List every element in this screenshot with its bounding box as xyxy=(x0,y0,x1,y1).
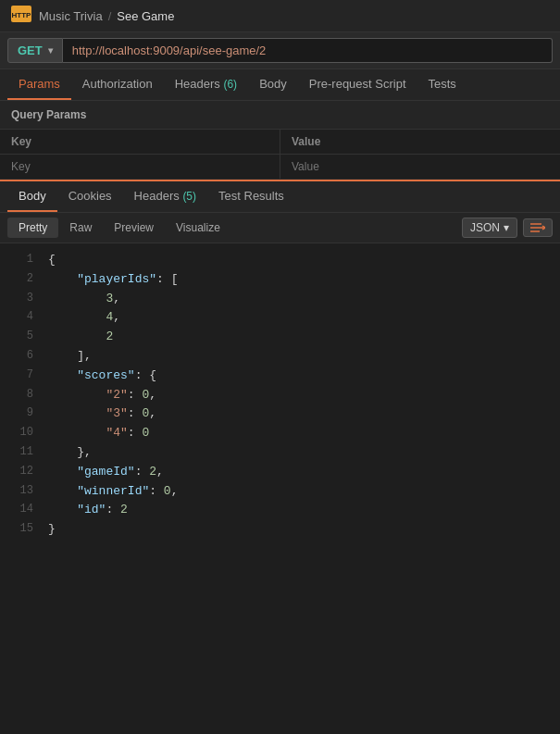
code-line-2: 2 "playerIds": [ xyxy=(0,270,560,290)
query-params-table: Key Value Key Value xyxy=(0,129,560,180)
code-line-3: 3 3, xyxy=(0,290,560,309)
view-pretty[interactable]: Pretty xyxy=(7,218,58,238)
code-line-4: 4 4, xyxy=(0,308,560,328)
param-value-cell[interactable]: Value xyxy=(280,155,561,180)
breadcrumb: Music Trivia / See Game xyxy=(39,9,174,23)
view-raw[interactable]: Raw xyxy=(58,218,103,238)
query-params-header: Query Params xyxy=(0,101,560,129)
view-visualize[interactable]: Visualize xyxy=(165,218,231,238)
code-line-6: 6 ], xyxy=(0,347,560,367)
tab-tests[interactable]: Tests xyxy=(417,69,467,100)
params-row: Key Value xyxy=(0,155,560,180)
code-line-1: 1 { xyxy=(0,251,560,270)
request-tab-bar: Params Authorization Headers (6) Body Pr… xyxy=(0,69,560,101)
tab-headers[interactable]: Headers (6) xyxy=(164,69,248,100)
param-key-cell[interactable]: Key xyxy=(0,155,280,180)
response-tab-cookies[interactable]: Cookies xyxy=(57,181,123,212)
code-line-12: 12 "gameId": 2, xyxy=(0,463,560,482)
svg-text:HTTP: HTTP xyxy=(12,11,31,19)
tab-body[interactable]: Body xyxy=(248,69,298,100)
method-label: GET xyxy=(18,44,43,57)
code-line-14: 14 "id": 2 xyxy=(0,501,560,520)
wrap-button[interactable] xyxy=(523,218,553,237)
http-icon: HTTP xyxy=(11,6,31,26)
code-line-9: 9 "3": 0, xyxy=(0,404,560,424)
params-col-key: Key xyxy=(0,130,280,155)
response-tab-test-results[interactable]: Test Results xyxy=(207,181,295,212)
response-tab-body[interactable]: Body xyxy=(7,181,57,212)
code-line-7: 7 "scores": { xyxy=(0,367,560,386)
code-line-11: 11 }, xyxy=(0,443,560,463)
url-bar: GET ▾ xyxy=(0,32,560,69)
params-col-value: Value xyxy=(280,130,561,155)
top-bar: HTTP Music Trivia / See Game xyxy=(0,0,560,32)
code-line-5: 5 2 xyxy=(0,328,560,347)
wrap-icon xyxy=(530,222,545,233)
code-line-13: 13 "winnerId": 0, xyxy=(0,482,560,502)
tab-params[interactable]: Params xyxy=(7,69,71,100)
response-body: 1 { 2 "playerIds": [ 3 3, 4 4, 5 2 6 ], xyxy=(0,243,560,547)
url-input[interactable] xyxy=(63,38,553,63)
response-tab-bar: Body Cookies Headers (5) Test Results xyxy=(0,181,560,213)
response-section: Body Cookies Headers (5) Test Results Pr… xyxy=(0,180,560,547)
tab-authorization[interactable]: Authorization xyxy=(71,69,164,100)
code-line-15: 15 } xyxy=(0,520,560,540)
code-line-8: 8 "2": 0, xyxy=(0,386,560,405)
chevron-down-icon: ▾ xyxy=(504,221,509,234)
method-dropdown[interactable]: GET ▾ xyxy=(7,38,63,63)
response-tab-headers[interactable]: Headers (5) xyxy=(123,181,207,212)
format-dropdown[interactable]: JSON ▾ xyxy=(462,218,517,238)
chevron-down-icon: ▾ xyxy=(48,45,53,56)
tab-pre-request[interactable]: Pre-request Script xyxy=(298,69,417,100)
view-preview[interactable]: Preview xyxy=(103,218,165,238)
code-line-10: 10 "4": 0 xyxy=(0,424,560,443)
breadcrumb-parent[interactable]: Music Trivia xyxy=(39,9,103,23)
format-label: JSON xyxy=(470,221,500,234)
view-bar: Pretty Raw Preview Visualize JSON ▾ xyxy=(0,213,560,243)
breadcrumb-separator: / xyxy=(108,9,112,23)
breadcrumb-current: See Game xyxy=(117,9,174,23)
